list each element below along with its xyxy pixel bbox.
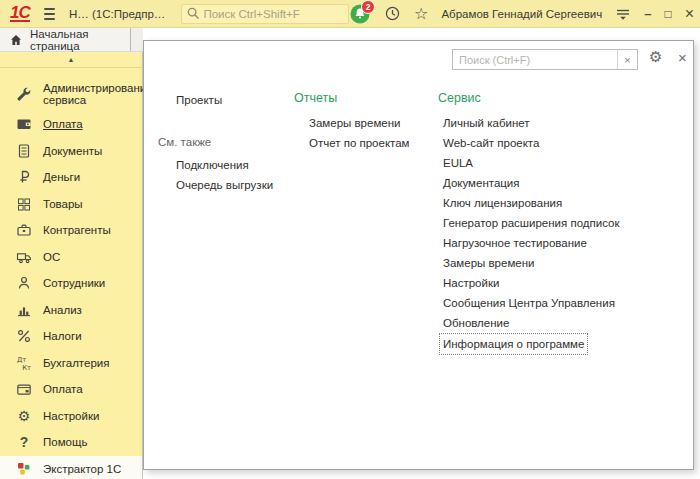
menu-link-control-center-messages[interactable]: Сообщения Центра Управления bbox=[443, 293, 619, 313]
top-toolbar: 1С Н… (1С:Предпр… 2 ☆ Абрамов Геннадий С… bbox=[0, 0, 700, 28]
notification-badge: 2 bbox=[361, 0, 375, 14]
sidebar-item-money[interactable]: Деньги bbox=[0, 164, 142, 191]
sidebar-item-payment-2[interactable]: Оплата bbox=[0, 376, 142, 403]
sidebar-item-payment[interactable]: Оплата bbox=[0, 111, 142, 138]
menu-link-eula[interactable]: EULA bbox=[443, 153, 619, 173]
sidebar-item-taxes[interactable]: Налоги bbox=[0, 323, 142, 350]
menu-link-project-website[interactable]: Web-сайт проекта bbox=[443, 133, 619, 153]
sidebar-item-label: Бухгалтерия bbox=[43, 357, 109, 369]
sidebar-item-label: Сотрудники bbox=[43, 277, 105, 289]
sidebar-item-label: Налоги bbox=[43, 330, 82, 342]
question-icon: ? bbox=[16, 434, 32, 450]
tab-home-page[interactable]: Начальная страница bbox=[0, 28, 131, 51]
sidebar-item-analysis[interactable]: Анализ bbox=[0, 297, 142, 324]
sidebar-item-label: ОС bbox=[43, 251, 60, 263]
see-also-header: См. также bbox=[158, 136, 211, 148]
sections-panel: ▲ Администрирование сервиса Оплата Докум… bbox=[0, 52, 143, 479]
reports-column-header: Отчеты bbox=[294, 91, 337, 105]
menu-link-subscription-extension-generator[interactable]: Генератор расширения подписок bbox=[443, 213, 619, 233]
goods-grid-icon bbox=[16, 196, 32, 212]
dt-kt-icon: ДтКт bbox=[16, 355, 32, 371]
menu-link-load-testing[interactable]: Нагрузочное тестирование bbox=[443, 233, 619, 253]
menu-link-time-measurements[interactable]: Замеры времени bbox=[443, 253, 619, 273]
sidebar-item-employees[interactable]: Сотрудники bbox=[0, 270, 142, 297]
global-search-input[interactable] bbox=[201, 7, 344, 21]
tab-bar: Начальная страница bbox=[0, 28, 143, 52]
sidebar-item-label: Администрирование сервиса bbox=[43, 82, 135, 107]
sidebar-item-administration[interactable]: Администрирование сервиса bbox=[0, 77, 142, 111]
sidebar-item-label: Анализ bbox=[43, 304, 82, 316]
sidebar-item-label: Оплата bbox=[43, 118, 83, 130]
section-functions-popup: × ⚙ × Проекты См. также Подключения Очер… bbox=[143, 40, 694, 470]
popup-search-input[interactable] bbox=[453, 50, 617, 69]
menu-link-time-measurements-report[interactable]: Замеры времени bbox=[309, 113, 410, 133]
menu-link-update[interactable]: Обновление bbox=[443, 313, 619, 333]
menu-link-projects-report[interactable]: Отчет по проектам bbox=[309, 133, 410, 153]
menu-link-upload-queue[interactable]: Очередь выгрузки bbox=[176, 175, 273, 195]
home-tab-label: Начальная страница bbox=[30, 28, 130, 52]
extractor-icon bbox=[16, 461, 32, 477]
home-icon bbox=[9, 33, 23, 47]
bar-chart-icon bbox=[16, 302, 32, 318]
menu-link-license-key[interactable]: Ключ лицензирования bbox=[443, 193, 619, 213]
service-menu-icon[interactable] bbox=[615, 6, 631, 22]
menu-link-projects[interactable]: Проекты bbox=[176, 94, 222, 106]
truck-icon bbox=[16, 249, 32, 265]
sidebar-item-help[interactable]: ? Помощь bbox=[0, 429, 142, 456]
menu-link-about-program[interactable]: Информация о программе bbox=[439, 333, 588, 355]
main-menu-icon[interactable] bbox=[44, 8, 55, 20]
wallet-outline-icon bbox=[16, 381, 32, 397]
chevron-up-icon: ▲ bbox=[68, 56, 75, 63]
document-icon bbox=[16, 143, 32, 159]
menu-link-personal-account[interactable]: Личный кабинет bbox=[443, 113, 619, 133]
global-search-box[interactable] bbox=[181, 4, 349, 24]
popup-settings-gear-icon[interactable]: ⚙ bbox=[649, 49, 662, 64]
sidebar-item-goods[interactable]: Товары bbox=[0, 191, 142, 218]
sidebar-item-documents[interactable]: Документы bbox=[0, 138, 142, 165]
sidebar-item-label: Контрагенты bbox=[43, 224, 111, 236]
maximize-button[interactable]: □ bbox=[664, 8, 671, 20]
favorites-star-icon[interactable]: ☆ bbox=[414, 6, 428, 22]
sidebar-item-fixed-assets[interactable]: ОС bbox=[0, 244, 142, 271]
close-window-button[interactable]: × bbox=[685, 6, 694, 22]
service-column-header: Сервис bbox=[438, 91, 481, 105]
search-icon bbox=[186, 6, 201, 21]
notification-center-button[interactable]: 2 bbox=[349, 3, 371, 25]
wallet-icon bbox=[16, 116, 32, 132]
gear-icon: ⚙ bbox=[16, 408, 32, 424]
sidebar-item-partners[interactable]: Контрагенты bbox=[0, 217, 142, 244]
wrench-icon bbox=[16, 86, 32, 102]
clear-search-button[interactable]: × bbox=[617, 50, 637, 69]
window-title: Н… (1С:Предпр… bbox=[69, 8, 165, 20]
ruble-icon bbox=[16, 169, 32, 185]
1c-logo: 1С bbox=[10, 5, 30, 22]
sidebar-item-label: Экстрактор 1С bbox=[43, 463, 121, 475]
sidebar-item-label: Деньги bbox=[43, 171, 80, 183]
sidebar-item-label: Настройки bbox=[43, 410, 99, 422]
popup-search-box[interactable]: × bbox=[452, 49, 638, 70]
sidebar-item-label: Документы bbox=[43, 145, 102, 157]
history-icon[interactable] bbox=[384, 5, 401, 22]
collapse-panel-button[interactable]: ▲ bbox=[0, 52, 142, 68]
sidebar-item-label: Помощь bbox=[43, 436, 87, 448]
person-icon bbox=[16, 275, 32, 291]
briefcase-icon bbox=[16, 222, 32, 238]
menu-link-settings[interactable]: Настройки bbox=[443, 273, 619, 293]
minimize-button[interactable]: – bbox=[644, 7, 651, 20]
sidebar-item-settings[interactable]: ⚙ Настройки bbox=[0, 403, 142, 430]
menu-link-connections[interactable]: Подключения bbox=[176, 155, 273, 175]
sidebar-item-extractor[interactable]: Экстрактор 1С bbox=[0, 456, 142, 479]
sidebar-item-label: Оплата bbox=[43, 383, 83, 395]
svg-text:Кт: Кт bbox=[22, 363, 31, 370]
popup-close-icon[interactable]: × bbox=[678, 50, 687, 65]
sidebar-item-label: Товары bbox=[43, 198, 83, 210]
menu-link-documentation[interactable]: Документация bbox=[443, 173, 619, 193]
percent-icon bbox=[16, 328, 32, 344]
sidebar-item-accounting[interactable]: ДтКт Бухгалтерия bbox=[0, 350, 142, 377]
user-name[interactable]: Абрамов Геннадий Сергеевич bbox=[441, 8, 602, 20]
